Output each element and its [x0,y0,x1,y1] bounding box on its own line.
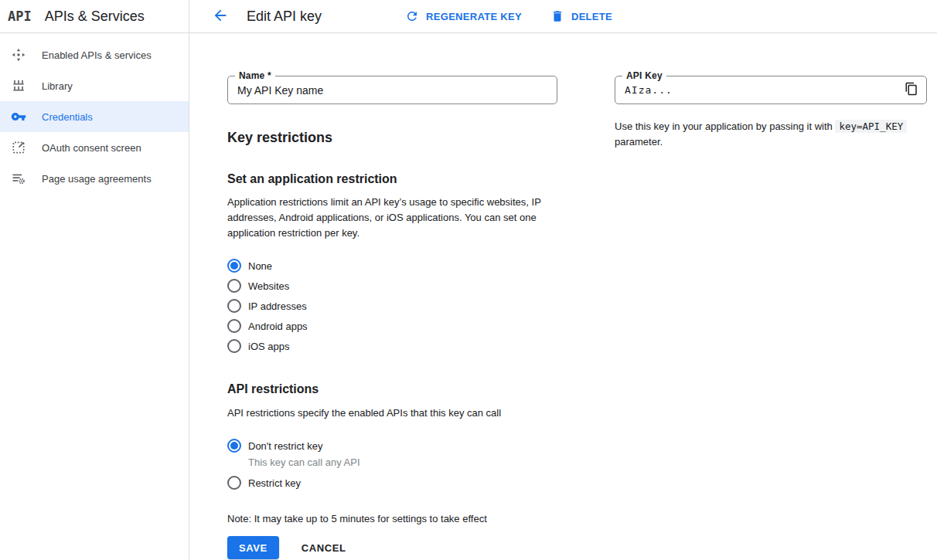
cancel-button[interactable]: CANCEL [302,542,346,554]
page-title: Edit API key [247,8,322,25]
page-usage-icon [11,171,26,186]
refresh-icon [405,9,419,23]
radio-label: Android apps [248,321,308,332]
sidebar-item-library[interactable]: Library [0,70,189,101]
sidebar-item-credentials[interactable]: Credentials [0,101,189,132]
radio-option-dont-restrict-key[interactable]: Don't restrict key [227,436,557,456]
radio-option-android-apps[interactable]: Android apps [227,316,557,336]
radio-icon [227,279,241,293]
sidebar-title: APIs & Services [45,8,145,25]
radio-label: Restrict key [248,477,301,489]
regenerate-key-label: REGENERATE KEY [426,11,522,22]
compass-arrows-icon [11,47,26,63]
sidebar-nav: Enabled APIs & services Library [0,33,189,194]
key-icon [11,109,26,124]
hint-prefix: Use this key in your application by pass… [615,120,835,132]
api-restrictions-description: API restrictions specify the enabled API… [227,406,557,421]
application-restriction-description: Application restrictions limit an API ke… [227,195,557,241]
left-column: Name * Key restrictions Set an applicati… [227,76,557,559]
sidebar: API APIs & Services Enabled APIs & servi… [0,0,189,560]
radio-icon [227,299,241,313]
radio-icon [227,339,241,353]
radio-icon [227,476,241,490]
application-restriction-heading: Set an application restriction [227,172,557,186]
api-logo: API [8,8,32,24]
radio-option-ip-addresses[interactable]: IP addresses [227,296,557,316]
action-buttons: SAVE CANCEL [227,536,557,559]
api-restrictions-heading: API restrictions [227,382,557,396]
radio-label: iOS apps [248,341,289,352]
sidebar-header: API APIs & Services [0,0,189,33]
content: Name * Key restrictions Set an applicati… [189,33,937,559]
radio-label: IP addresses [248,300,307,312]
radio-option-none[interactable]: None [227,256,557,276]
sidebar-item-oauth-consent[interactable]: OAuth consent screen [0,132,189,163]
save-button[interactable]: SAVE [227,536,279,559]
radio-label: None [248,260,272,272]
radio-option-restrict-key[interactable]: Restrict key [227,473,557,493]
api-key-field: API Key [615,76,927,104]
delete-label: DELETE [571,11,612,22]
api-key-input[interactable] [615,84,897,96]
radio-option-ios-apps[interactable]: iOS apps [227,336,557,356]
name-input[interactable] [228,84,557,97]
main-area: Edit API key REGENERATE KEY DELETE [189,0,937,560]
sidebar-item-label: Credentials [42,111,93,123]
back-button[interactable] [210,6,230,26]
sidebar-item-label: OAuth consent screen [42,142,141,154]
radio-icon [227,439,241,453]
trash-icon [550,9,564,23]
name-field-label: Name * [235,70,275,81]
api-restrictions-radio-group: Don't restrict key This key can call any… [227,436,557,493]
application-restriction-radio-group: None Websites IP addresses Android apps [227,256,557,356]
api-key-code-chip: key=API_KEY [835,120,907,133]
hint-suffix: parameter. [615,136,663,148]
topbar: Edit API key REGENERATE KEY DELETE [189,0,937,33]
sidebar-item-label: Enabled APIs & services [42,49,152,61]
radio-label: Don't restrict key [248,440,322,452]
content-copy-icon [905,82,918,98]
delete-button[interactable]: DELETE [550,9,612,23]
right-column: API Key Use this key in your application… [615,76,927,559]
radio-label: Websites [248,280,289,292]
name-field: Name * [227,76,557,104]
radio-icon [227,259,241,273]
dont-restrict-key-helper: This key can call any API [248,456,557,470]
oauth-consent-icon [11,140,26,155]
settings-note: Note: It may take up to 5 minutes for se… [227,513,557,524]
copy-api-key-button[interactable] [897,76,926,104]
arrow-back-icon [212,7,229,26]
radio-icon [227,319,241,333]
app-window: API APIs & Services Enabled APIs & servi… [0,0,937,560]
api-key-usage-hint: Use this key in your application by pass… [615,119,927,150]
sidebar-item-label: Page usage agreements [42,173,152,185]
regenerate-key-button[interactable]: REGENERATE KEY [405,9,522,23]
sidebar-item-page-usage[interactable]: Page usage agreements [0,163,189,194]
library-icon [11,78,26,93]
radio-option-websites[interactable]: Websites [227,276,557,296]
key-restrictions-heading: Key restrictions [227,130,557,146]
sidebar-item-label: Library [42,80,73,92]
api-key-field-label: API Key [622,70,666,81]
sidebar-item-enabled-apis[interactable]: Enabled APIs & services [0,39,189,70]
